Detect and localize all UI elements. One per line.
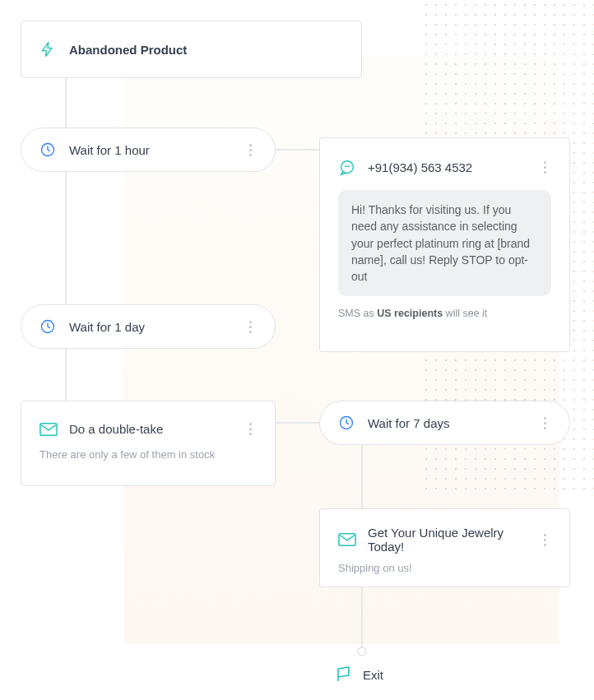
wait-label: Wait for 1 hour — [69, 143, 150, 157]
flag-icon — [333, 665, 353, 684]
more-menu-button[interactable] — [244, 316, 257, 338]
sms-preview-caption: SMS as US recipients will see it — [338, 308, 551, 319]
more-menu-button[interactable] — [244, 139, 257, 161]
more-menu-button[interactable] — [539, 529, 551, 551]
wait-node-1[interactable]: Wait for 1 hour — [21, 127, 276, 172]
envelope-icon — [338, 532, 356, 547]
exit-label: Exit — [363, 668, 383, 682]
wait-node-3[interactable]: Wait for 7 days — [319, 401, 570, 445]
exit-node[interactable]: Exit — [333, 665, 383, 684]
svg-rect-13 — [339, 534, 355, 546]
more-menu-button[interactable] — [244, 418, 257, 440]
more-menu-button[interactable] — [539, 412, 551, 434]
wait-label: Wait for 1 day — [69, 320, 145, 334]
sms-message-bubble: Hi! Thanks for visiting us. If you need … — [338, 190, 551, 296]
more-menu-button[interactable] — [539, 156, 551, 178]
caption-bold: US recipients — [377, 308, 443, 319]
email-node-1[interactable]: Do a double-take There are only a few of… — [21, 401, 276, 486]
svg-point-7 — [358, 647, 366, 656]
svg-rect-11 — [40, 423, 57, 435]
clock-icon — [39, 318, 56, 335]
caption-lead: SMS as — [338, 308, 377, 319]
email-title: Do a double-take — [69, 422, 163, 436]
clock-icon — [39, 141, 56, 158]
chat-icon — [338, 159, 356, 177]
email-subtitle: There are only a few of them in stock — [39, 448, 257, 461]
caption-tail: will see it — [443, 308, 487, 319]
sms-phone-number: +91(934) 563 4532 — [368, 160, 472, 174]
envelope-icon — [39, 422, 58, 437]
clock-icon — [338, 415, 355, 431]
workflow-canvas: Abandoned Product Wait for 1 hour +91(93… — [0, 0, 594, 700]
email-node-2[interactable]: Get Your Unique Jewelry Today! Shipping … — [319, 508, 570, 587]
wait-node-2[interactable]: Wait for 1 day — [21, 304, 276, 349]
email-subtitle: Shipping on us! — [338, 562, 551, 574]
sms-preview-panel[interactable]: +91(934) 563 4532 Hi! Thanks for visitin… — [319, 137, 570, 352]
trigger-node[interactable]: Abandoned Product — [21, 21, 362, 78]
wait-label: Wait for 7 days — [368, 416, 449, 430]
email-title: Get Your Unique Jewelry Today! — [368, 526, 527, 554]
lightning-icon — [39, 39, 56, 59]
trigger-label: Abandoned Product — [69, 43, 187, 57]
